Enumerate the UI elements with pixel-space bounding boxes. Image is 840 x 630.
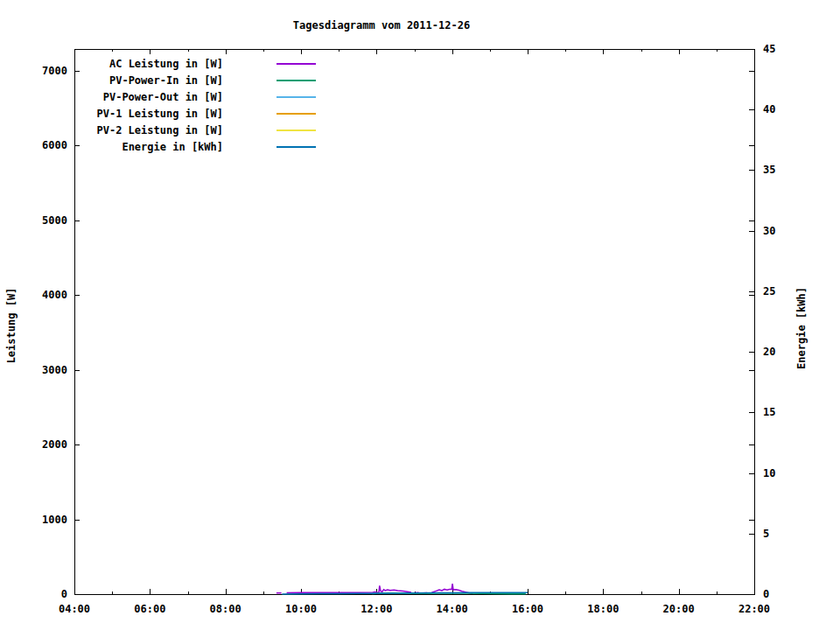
legend: AC Leistung in [W]PV-Power-In in [W]PV-P… (83, 55, 316, 155)
x-tick-label: 06:00 (134, 604, 165, 615)
legend-line-sample (276, 63, 316, 65)
y1-tick-label: 2000 (6, 439, 67, 451)
legend-line-sample (276, 80, 316, 81)
y1-tick-label: 4000 (6, 290, 67, 301)
legend-label: Energie in [kWh] (83, 141, 223, 153)
x-tick-label: 04:00 (59, 604, 90, 615)
legend-label: PV-1 Leistung in [W] (83, 108, 223, 120)
y1-tick-label: 7000 (6, 65, 67, 76)
x-tick-label: 10:00 (285, 604, 317, 615)
y2-tick-label: 40 (763, 104, 775, 116)
y2-tick-label: 25 (763, 285, 775, 297)
y1-tick-label: 5000 (6, 214, 67, 226)
series-line-0 (287, 585, 411, 592)
y2-tick-label: 35 (763, 164, 775, 176)
y2-tick-label: 30 (763, 225, 775, 236)
y2-tick-label: 45 (763, 44, 775, 55)
legend-row: PV-Power-In in [W] (83, 72, 316, 88)
legend-label: AC Leistung in [W] (83, 58, 223, 70)
chart-title: Tagesdiagramm vom 2011-12-26 (293, 19, 470, 32)
legend-label: PV-Power-In in [W] (83, 74, 223, 87)
legend-row: PV-2 Leistung in [W] (83, 122, 316, 138)
legend-row: Energie in [kWh] (83, 138, 316, 155)
legend-row: PV-1 Leistung in [W] (83, 105, 316, 122)
x-tick-label: 22:00 (738, 604, 770, 615)
y2-tick-label: 0 (763, 589, 769, 600)
y1-tick-label: 1000 (6, 514, 67, 525)
x-tick-label: 18:00 (587, 604, 619, 615)
y1-tick-label: 3000 (6, 364, 67, 375)
x-tick-label: 12:00 (360, 604, 392, 615)
legend-line-sample (276, 130, 316, 131)
y2-tick-label: 15 (763, 407, 775, 418)
legend-row: AC Leistung in [W] (83, 55, 316, 72)
legend-row: PV-Power-Out in [W] (83, 88, 316, 105)
legend-line-sample (276, 113, 316, 115)
y1-tick-label: 6000 (6, 140, 67, 151)
y2-tick-label: 20 (763, 346, 775, 358)
y-axis-right-label: Energie [kWh] (795, 287, 808, 369)
y1-tick-label: 0 (6, 589, 67, 600)
x-tick-label: 20:00 (663, 604, 695, 615)
legend-line-sample (276, 146, 316, 148)
legend-label: PV-2 Leistung in [W] (83, 124, 223, 136)
x-tick-label: 14:00 (437, 604, 468, 615)
x-tick-label: 08:00 (210, 604, 242, 615)
legend-label: PV-Power-Out in [W] (83, 91, 223, 103)
x-tick-label: 16:00 (512, 604, 543, 615)
pv-day-chart: Tagesdiagramm vom 2011-12-26 Leistung [W… (0, 0, 840, 630)
y2-tick-label: 10 (763, 467, 775, 479)
legend-line-sample (276, 96, 316, 98)
y2-tick-label: 5 (763, 528, 769, 539)
